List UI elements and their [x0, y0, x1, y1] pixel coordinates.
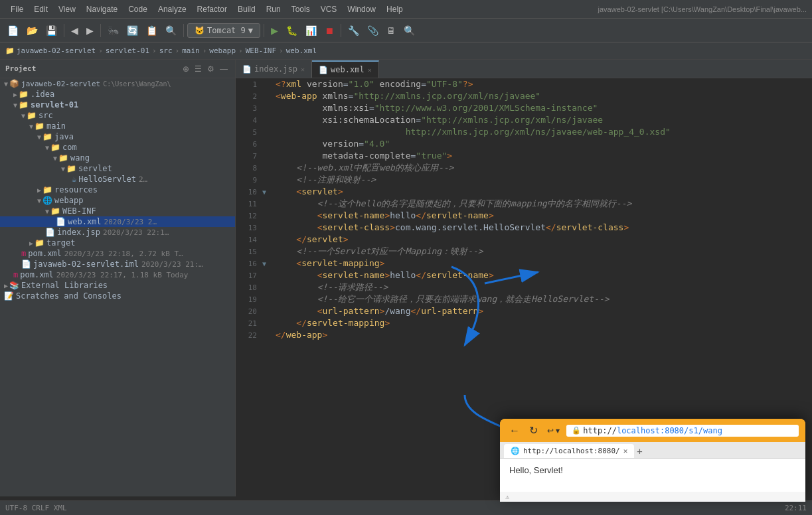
fold-marker-16[interactable]: ▼	[262, 260, 266, 267]
tree-item-ext-lib[interactable]: ▶ 📚 External Libraries	[0, 280, 235, 291]
menu-item-refactor[interactable]: Refactor	[192, 3, 232, 15]
toolbar: 📄 📂 💾 ◀ ▶ 🐜 🔄 📋 🔍 🐱 Tomcat 9 ▼ ▶ 🐛 📊 ⏹ 🔧…	[0, 19, 812, 42]
breadcrumb-webinf[interactable]: WEB-INF	[246, 46, 276, 55]
tree-item-pom2[interactable]: m pom.xml 2020/3/23 22:17, 1.18 kB Today	[0, 269, 235, 280]
browser-forward-btn[interactable]: ↩ ▾	[544, 425, 562, 437]
code-line-18: 18 <!--请求路径-->	[236, 281, 812, 293]
sidebar-layout-btn[interactable]: ☰	[193, 64, 204, 74]
browser-page-content: Hello, Servlet!	[500, 459, 805, 492]
sidebar-minimize-btn[interactable]: —	[218, 64, 230, 74]
tree-item-src[interactable]: ▼ 📁 src	[0, 110, 235, 121]
browser-tab-favicon: 🌐	[511, 447, 520, 455]
menu-item-tools[interactable]: Tools	[286, 3, 315, 15]
screen-button[interactable]: 🖥	[383, 23, 399, 38]
menu-item-build[interactable]: Build	[232, 3, 261, 15]
tree-item-iml[interactable]: 📄 javaweb-02-servlet.iml 2020/3/23 21:…	[0, 259, 235, 269]
forward-button[interactable]: ▶	[83, 23, 97, 38]
menu-item-help[interactable]: Help	[381, 3, 408, 15]
tab-close-indexjsp[interactable]: ✕	[301, 66, 305, 73]
open-button[interactable]: 📂	[23, 23, 41, 38]
breadcrumb-servlet01[interactable]: servlet-01	[106, 46, 149, 55]
new-button[interactable]: 📄	[4, 23, 22, 38]
sidebar-actions: ⊕ ☰ ⚙ —	[181, 64, 230, 74]
breadcrumb-src[interactable]: src	[159, 46, 173, 55]
browser-toolbar: ← ↻ ↩ ▾ 🔒 http://localhost:8080/s1/wang	[500, 419, 805, 442]
browser-status-bar: ⚠	[500, 492, 805, 502]
tree-item-resources[interactable]: ▶ 📁 resources	[0, 184, 235, 195]
menu-item-analyze[interactable]: Analyze	[153, 3, 192, 15]
code-line-5: 5 http://xmlns.jcp.org/xml/ns/javaee/web…	[236, 126, 812, 138]
menu-item-code[interactable]: Code	[123, 3, 153, 15]
fold-marker-10[interactable]: ▼	[262, 188, 266, 196]
browser-url-bar[interactable]: 🔒 http://localhost:8080/s1/wang	[566, 425, 799, 437]
menu-item-window[interactable]: Window	[342, 3, 381, 15]
menu-item-view[interactable]: View	[53, 3, 81, 15]
debug-button[interactable]: 🐛	[283, 23, 301, 38]
browser-new-tab-btn[interactable]: +	[637, 446, 642, 457]
breadcrumb-javaweb[interactable]: javaweb-02-servlet	[17, 46, 96, 55]
menu-item-navigate[interactable]: Navigate	[81, 3, 123, 15]
code-line-2: 2 <web-app xmlns="http://xmlns.jcp.org/x…	[236, 90, 812, 102]
menu-item-run[interactable]: Run	[261, 3, 286, 15]
menu-item-vcs[interactable]: VCS	[315, 3, 343, 15]
search-button[interactable]: 🔍	[400, 23, 418, 38]
tree-item-java[interactable]: ▼ 📁 java	[0, 131, 235, 142]
browser-tab-close[interactable]: ✕	[623, 447, 628, 455]
project-tree: ▼ 📦 javaweb-02-servlet C:\Users\WangZan\…	[0, 78, 235, 301]
tree-item-helloservlet[interactable]: ☕ HelloServlet 2…	[0, 174, 235, 184]
tab-indexjsp[interactable]: 📄 index.jsp ✕	[236, 60, 312, 78]
browser-back-btn[interactable]: ←	[507, 423, 523, 438]
code-line-9: 9 <!--注册和映射-->	[236, 174, 812, 186]
tree-item-javaweb[interactable]: ▼ 📦 javaweb-02-servlet C:\Users\WangZan\	[0, 78, 235, 89]
run-button[interactable]: ▶	[268, 23, 282, 38]
save-all-button[interactable]: 💾	[42, 23, 60, 38]
tree-item-idea[interactable]: ▶ 📁 .idea	[0, 89, 235, 100]
wrench-button[interactable]: 🔧	[345, 23, 363, 38]
tab-close-webxml[interactable]: ✕	[368, 66, 372, 74]
sync-button[interactable]: 🔄	[123, 23, 141, 38]
tree-item-servlet-folder[interactable]: ▼ 📁 servlet	[0, 163, 235, 174]
ant-button[interactable]: 🐜	[104, 23, 122, 38]
tree-item-main[interactable]: ▼ 📁 main	[0, 121, 235, 131]
menu-item-file[interactable]: File	[5, 3, 29, 15]
menu-item-edit[interactable]: Edit	[29, 3, 53, 15]
run-coverage-button[interactable]: 📊	[302, 23, 320, 38]
tree-item-servlet01[interactable]: ▼ 📁 servlet-01	[0, 100, 235, 110]
browser-status-icon: ⚠	[505, 493, 509, 500]
sidebar-title: Project	[5, 64, 181, 73]
breadcrumb-main[interactable]: main	[182, 46, 200, 55]
tree-item-webinf[interactable]: ▼ 📁 WEB-INF	[0, 206, 235, 216]
back-button[interactable]: ◀	[68, 23, 82, 38]
browser-popup: ← ↻ ↩ ▾ 🔒 http://localhost:8080/s1/wang …	[500, 419, 805, 502]
code-line-10: 10 ▼ <servlet>	[236, 186, 812, 198]
tree-item-webapp[interactable]: ▼ 🌐 webapp	[0, 195, 235, 206]
stop-button[interactable]: ⏹	[321, 23, 337, 38]
tree-item-scratches[interactable]: 📝 Scratches and Consoles	[0, 291, 235, 301]
sidebar-new-btn[interactable]: ⊕	[181, 64, 191, 74]
browser-refresh-btn[interactable]: ↻	[527, 423, 540, 438]
tree-item-webxml[interactable]: 📄 web.xml 2020/3/23 2…	[0, 216, 235, 227]
sidebar-header: Project ⊕ ☰ ⚙ —	[0, 60, 235, 78]
cursor-position: 22:11	[785, 504, 807, 512]
status-bar: UTF-8 CRLF XML 22:11	[0, 500, 812, 515]
code-line-4: 4 xsi:schemaLocation="http://xmlns.jcp.o…	[236, 114, 812, 126]
search2-button[interactable]: 🔍	[162, 23, 180, 38]
sidebar-settings-btn[interactable]: ⚙	[205, 64, 216, 74]
tree-item-pom1[interactable]: m pom.xml 2020/3/23 22:18, 2.72 kB T…	[0, 248, 235, 259]
tree-item-target[interactable]: ▶ 📁 target	[0, 238, 235, 248]
code-line-22: 22 </web-app>	[236, 329, 812, 341]
run-config-button[interactable]: 📋	[143, 23, 161, 38]
breadcrumb-webxml[interactable]: web.xml	[286, 46, 317, 55]
tree-item-indexjsp[interactable]: 📄 index.jsp 2020/3/23 22:1…	[0, 227, 235, 238]
tree-item-wang[interactable]: ▼ 📁 wang	[0, 153, 235, 163]
browser-active-tab[interactable]: 🌐 http://localhost:8080/ ✕	[504, 444, 634, 458]
code-line-12: 12 <servlet-name>hello</servlet-name>	[236, 210, 812, 222]
attach-button[interactable]: 📎	[364, 23, 382, 38]
code-line-7: 7 metadata-complete="true">	[236, 150, 812, 162]
tomcat-run-config[interactable]: 🐱 Tomcat 9 ▼	[187, 23, 260, 38]
code-line-16: 16 ▼ <servlet-mapping>	[236, 258, 812, 269]
breadcrumb-webapp[interactable]: webapp	[209, 46, 236, 55]
tab-label-webxml: web.xml	[331, 65, 365, 74]
tree-item-com[interactable]: ▼ 📁 com	[0, 142, 235, 153]
tab-webxml[interactable]: 📄 web.xml ✕	[312, 60, 379, 78]
